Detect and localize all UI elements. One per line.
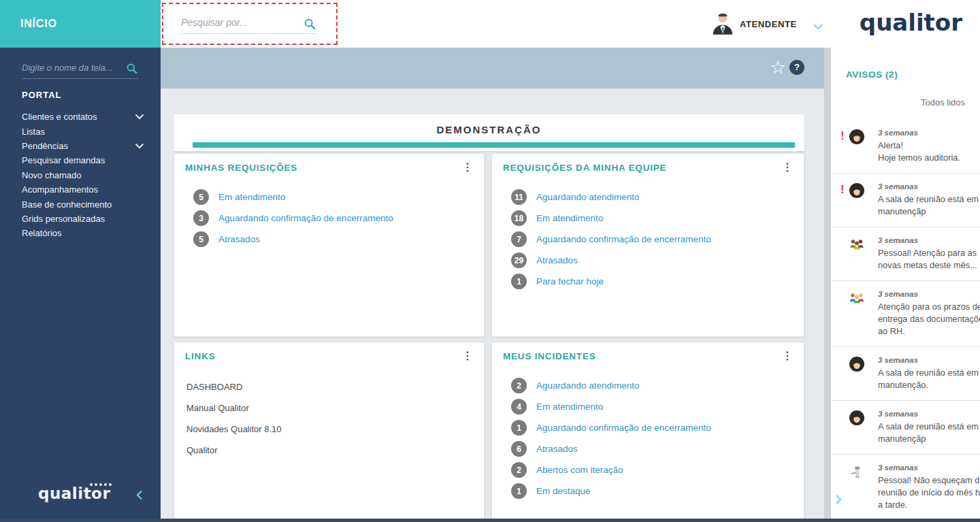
count-badge[interactable]: 7 [511, 231, 527, 247]
sidebar-section-portal: PORTAL [22, 90, 61, 100]
stat-row: 1 Aguardando confirmação de encerramento [492, 417, 804, 438]
user-name[interactable]: ATENDENTE [740, 19, 797, 29]
sidebar-collapse-icon[interactable] [136, 490, 143, 503]
external-link[interactable]: Qualitor [174, 440, 484, 461]
notification-text: novas metas deste mês... [878, 259, 977, 272]
external-link[interactable]: DASHBOARD [174, 376, 484, 397]
banner-title: DEMONSTRAÇÃO [174, 114, 804, 143]
status-link[interactable]: Atrasados [536, 255, 578, 265]
card-links: LINKS ⋮ DASHBOARD Manual Qualitor Novida… [174, 342, 485, 522]
count-badge[interactable]: 5 [193, 231, 209, 247]
notification-text: Pessoal! Não esqueçam da [878, 474, 980, 487]
sidebar-item-acompanhamentos[interactable]: Acompanhamentos [22, 182, 144, 197]
chevron-down-icon[interactable] [813, 20, 823, 33]
sidebar-item-pesquisar-demandas[interactable]: Pesquisar demandas [22, 153, 144, 167]
chevron-down-icon [135, 141, 144, 151]
count-badge[interactable]: 11 [511, 189, 527, 205]
count-badge[interactable]: 5 [193, 189, 209, 205]
count-badge[interactable]: 1 [511, 483, 527, 499]
status-link[interactable]: Aguardando confirmação de encerramento [536, 234, 711, 244]
external-link[interactable]: Novidades Qualitor 8.10 [174, 419, 484, 440]
notification[interactable]: 3 semanas Pessoal! Atenção para as novas… [831, 227, 980, 281]
status-link[interactable]: Em atendimento [218, 192, 285, 202]
status-link[interactable]: Aguardando confirmação de encerramento [536, 423, 711, 433]
status-link[interactable]: Em destaque [536, 486, 591, 496]
count-badge[interactable]: 3 [193, 210, 209, 226]
count-badge[interactable]: 2 [511, 378, 527, 393]
count-badge[interactable]: 1 [511, 420, 527, 436]
notification[interactable]: ! 3 semanas A sala de reunião está em ma… [831, 174, 980, 227]
kebab-menu-icon[interactable]: ⋮ [778, 163, 797, 172]
status-link[interactable]: Para fechar hoje [536, 276, 604, 287]
notification[interactable]: 3 semanas A sala de reunião está em manu… [831, 401, 980, 455]
notification-text: manutençãp [878, 206, 979, 218]
kebab-menu-icon[interactable]: ⋮ [458, 163, 477, 172]
stat-row: 6 Atrasados [492, 438, 804, 459]
notification[interactable]: 3 semanas Atenção para os prazos de entr… [831, 281, 980, 347]
help-icon[interactable]: ? [789, 60, 804, 75]
count-badge[interactable]: 1 [511, 274, 527, 289]
status-link[interactable]: Em atendimento [536, 402, 603, 412]
status-link[interactable]: Aguardando atendimento [536, 380, 640, 391]
woman-avatar [849, 182, 865, 199]
avisos-title: AVISOS (2) [846, 69, 980, 80]
banner-accent-bar [193, 142, 795, 148]
global-search-input[interactable] [181, 14, 295, 31]
bottom-edge-strip [0, 519, 980, 522]
sidebar-item-grids-personalizadas[interactable]: Grids personalizadas [22, 212, 144, 226]
sidebar-item-base-de-conhecimento[interactable]: Base de conhecimento [22, 197, 144, 211]
sidebar-item-clientes-e-contatos[interactable]: Clientes e contatos [22, 110, 144, 124]
avisos-panel: AVISOS (2) Todos lidos ! 3 semanas Alert… [831, 48, 980, 522]
sidebar-item-relatorios[interactable]: Relatórios [22, 226, 144, 240]
scrollbar-track[interactable] [824, 48, 831, 522]
stat-row: 2 Abertos com iteração [492, 459, 804, 480]
status-link[interactable]: Aguardando atendimento [536, 192, 640, 202]
notification-age: 3 semanas [878, 182, 979, 191]
search-icon[interactable] [126, 63, 137, 77]
stat-row: 4 Em atendimento [492, 396, 804, 417]
banner-card: DEMONSTRAÇÃO [174, 114, 804, 151]
stat-row: 3 Aguardando confirmação de encerramento [174, 208, 484, 229]
notification-text: Atenção para os prazos de [878, 301, 980, 313]
notification[interactable]: 3 semanas Pessoal! Não esqueçam da reuni… [831, 455, 980, 520]
count-badge[interactable]: 29 [511, 252, 527, 268]
count-badge[interactable]: 6 [511, 441, 527, 457]
status-link[interactable]: Abertos com iteração [536, 465, 623, 475]
sidebar-item-listas[interactable]: Listas [22, 124, 144, 138]
notification[interactable]: ! 3 semanas Alerta! Hoje temos auditoria… [831, 120, 980, 174]
search-icon[interactable] [304, 18, 316, 33]
screen-search-input[interactable] [22, 59, 117, 76]
sidebar-item-novo-chamado[interactable]: Novo chamado [22, 168, 144, 182]
user-avatar[interactable] [710, 11, 736, 37]
notification-text: Pessoal! Atenção para as [878, 247, 977, 259]
status-link[interactable]: Aguardando confirmação de encerramento [218, 213, 393, 223]
qualitor-logo-sidebar: qualitor [38, 485, 110, 502]
sidebar-header: INÍCIO [0, 0, 161, 48]
kebab-menu-icon[interactable]: ⋮ [458, 351, 477, 361]
mark-all-read-link[interactable]: Todos lidos [831, 97, 965, 108]
favorite-star-icon[interactable]: ☆ [770, 57, 786, 78]
urgent-exclamation-icon: ! [840, 129, 847, 144]
kebab-menu-icon[interactable]: ⋮ [778, 351, 797, 361]
card-minhas-requisicoes: MINHAS REQUISIÇÕES ⋮ 5 Em atendimento 3 … [174, 153, 485, 337]
status-link[interactable]: Atrasados [218, 234, 260, 244]
stat-row: 5 Em atendimento [174, 186, 484, 208]
count-badge[interactable]: 18 [511, 210, 527, 226]
group-avatar [849, 290, 865, 306]
status-link[interactable]: Atrasados [536, 444, 578, 454]
sidebar-item-pendencias[interactable]: Pendências [22, 139, 144, 153]
qualitor-logo-topbar: qualitor [860, 9, 962, 36]
external-link[interactable]: Manual Qualitor [174, 397, 484, 419]
stat-row: 7 Aguardando confirmação de encerramento [492, 229, 804, 250]
count-badge[interactable]: 4 [511, 399, 527, 414]
stat-row: 1 Em destaque [492, 480, 804, 502]
stat-row: 11 Aguardando atendimento [492, 186, 804, 208]
panel-expand-icon[interactable] [834, 494, 843, 508]
woman-avatar [849, 410, 865, 426]
count-badge[interactable]: 2 [511, 462, 527, 478]
notification-list: ! 3 semanas Alerta! Hoje temos auditoria… [831, 120, 980, 520]
notification[interactable]: 3 semanas A sala de reunião está em manu… [831, 347, 980, 401]
page-title: INÍCIO [20, 0, 57, 48]
notification-age: 3 semanas [878, 290, 980, 298]
status-link[interactable]: Em atendimento [536, 213, 603, 223]
